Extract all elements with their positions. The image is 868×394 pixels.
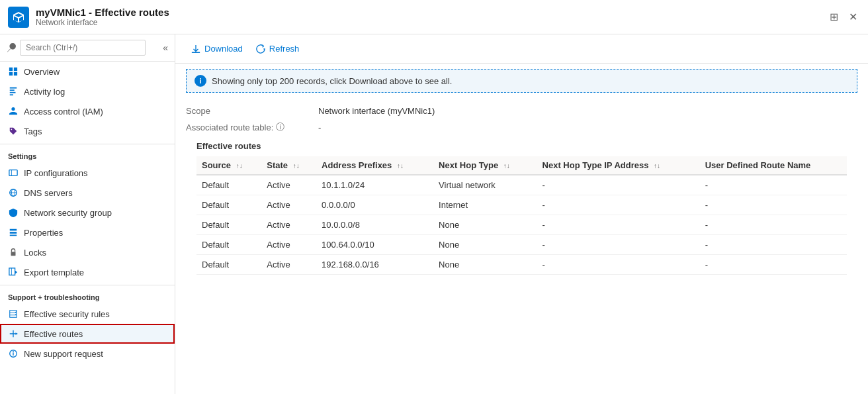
sidebar-item-dns-servers[interactable]: DNS servers (0, 183, 175, 203)
scope-row: Scope Network interface (myVMNic1) (186, 106, 857, 116)
search-icon (7, 43, 16, 52)
sidebar-item-ip-configurations[interactable]: IP configurations (0, 163, 175, 183)
svg-rect-2 (9, 72, 13, 75)
titlebar: myVMNic1 - Effective routes Network inte… (0, 0, 868, 34)
table-header: Source ↑↓ State ↑↓ Address Prefixes ↑↓ (196, 156, 847, 175)
table-row: DefaultActive192.168.0.0/16None-- (196, 255, 847, 275)
table-cell: Active (261, 235, 316, 255)
table-cell: - (537, 195, 700, 215)
dns-icon (8, 187, 19, 198)
table-cell: - (700, 195, 847, 215)
svg-rect-15 (10, 232, 17, 234)
info-icon: i (195, 75, 206, 87)
svg-point-8 (11, 107, 15, 111)
nsg-icon (8, 207, 19, 218)
activity-log-icon (8, 86, 19, 97)
app-icon (8, 7, 29, 28)
svg-marker-22 (16, 332, 19, 335)
col-source: Source ↑↓ (196, 156, 261, 175)
sidebar-label-export-template: Export template (24, 268, 84, 277)
info-message: Showing only top 200 records, click Down… (212, 76, 453, 86)
table-cell: - (700, 175, 847, 195)
sidebar-label-properties: Properties (24, 228, 63, 238)
sidebar-item-activity-log[interactable]: Activity log (0, 81, 175, 101)
scope-value: Network interface (myVMNic1) (318, 106, 435, 116)
page-title: myVMNic1 - Effective routes (36, 7, 169, 18)
sidebar-label-tags: Tags (24, 126, 42, 136)
table-row: DefaultActive10.1.1.0/24Virtual network-… (196, 175, 847, 195)
sort-icon-source[interactable]: ↑↓ (236, 162, 243, 170)
search-input[interactable] (20, 40, 146, 56)
table-cell: Virtual network (433, 175, 537, 195)
sidebar-item-export-template[interactable]: Export template (0, 262, 175, 282)
refresh-button[interactable]: Refresh (251, 41, 305, 56)
sort-icon-address[interactable]: ↑↓ (397, 162, 404, 170)
sidebar-item-new-support-request[interactable]: New support request (0, 344, 175, 364)
close-button[interactable]: ✕ (846, 8, 860, 26)
export-icon (8, 267, 19, 277)
sidebar-label-locks: Locks (24, 248, 46, 258)
col-next-hop-type: Next Hop Type ↑↓ (433, 156, 537, 175)
table-row: DefaultActive10.0.0.0/8None-- (196, 215, 847, 235)
download-label: Download (204, 44, 243, 54)
sidebar-item-locks[interactable]: Locks (0, 242, 175, 262)
refresh-label: Refresh (269, 44, 300, 54)
assoc-row: Associated route table: ⓘ - (186, 121, 857, 133)
table-cell: 100.64.0.0/10 (316, 235, 433, 255)
svg-rect-16 (10, 235, 17, 236)
svg-rect-18 (9, 268, 15, 275)
table-cell: 10.0.0.0/8 (316, 215, 433, 235)
popout-button[interactable]: ⊞ (827, 8, 841, 26)
sort-icon-hop-ip[interactable]: ↑↓ (654, 162, 660, 170)
assoc-label: Associated route table: ⓘ (186, 121, 318, 133)
sidebar-item-properties[interactable]: Properties (0, 222, 175, 242)
svg-point-24 (13, 351, 14, 352)
sidebar-item-effective-security-rules[interactable]: Effective security rules (0, 304, 175, 324)
table-cell: - (537, 235, 700, 255)
svg-rect-0 (9, 68, 13, 71)
properties-icon (8, 227, 19, 238)
security-rules-icon (8, 309, 19, 319)
sidebar-item-overview[interactable]: Overview (0, 62, 175, 81)
tags-icon (8, 126, 19, 136)
refresh-icon (256, 44, 265, 54)
table-cell: - (537, 215, 700, 235)
table-section: Effective routes Source ↑↓ State ↑↓ (186, 141, 857, 285)
svg-rect-4 (10, 87, 17, 89)
svg-rect-9 (9, 170, 17, 176)
table-cell: Internet (433, 195, 537, 215)
sidebar-label-activity-log: Activity log (24, 87, 65, 97)
support-section-label: Support + troubleshooting (0, 285, 175, 304)
sidebar: « Overview Activity log Access control (… (0, 34, 175, 394)
sidebar-label-dns-servers: DNS servers (24, 188, 73, 198)
scope-label: Scope (186, 106, 318, 116)
table-cell: Active (261, 215, 316, 235)
sort-icon-state[interactable]: ↑↓ (293, 162, 300, 170)
sidebar-item-effective-routes[interactable]: Effective routes (0, 324, 175, 344)
download-button[interactable]: Download (186, 41, 248, 56)
download-icon (191, 44, 200, 54)
content-area: Download Refresh i Showing only top 200 … (175, 34, 868, 394)
table-cell: Default (196, 235, 261, 255)
table-row: DefaultActive100.64.0.0/10None-- (196, 235, 847, 255)
table-cell: - (537, 255, 700, 275)
table-cell: None (433, 235, 537, 255)
sidebar-item-access-control[interactable]: Access control (IAM) (0, 101, 175, 121)
col-next-hop-ip: Next Hop Type IP Address ↑↓ (537, 156, 700, 175)
support-icon (8, 348, 19, 359)
table-title: Effective routes (196, 141, 847, 151)
sidebar-item-tags[interactable]: Tags (0, 121, 175, 141)
table-cell: Default (196, 255, 261, 275)
sidebar-label-effective-security-rules: Effective security rules (24, 309, 110, 319)
table-cell: Active (261, 255, 316, 275)
collapse-button[interactable]: « (163, 42, 168, 53)
titlebar-text: myVMNic1 - Effective routes Network inte… (36, 7, 169, 27)
settings-section-label: Settings (0, 144, 175, 163)
sidebar-label-access-control: Access control (IAM) (24, 107, 103, 117)
sidebar-item-network-security-group[interactable]: Network security group (0, 203, 175, 222)
col-user-defined: User Defined Route Name (700, 156, 847, 175)
table-cell: 10.1.1.0/24 (316, 175, 433, 195)
col-address-prefixes: Address Prefixes ↑↓ (316, 156, 433, 175)
sidebar-label-overview: Overview (24, 67, 60, 77)
sort-icon-hop-type[interactable]: ↑↓ (503, 162, 510, 170)
